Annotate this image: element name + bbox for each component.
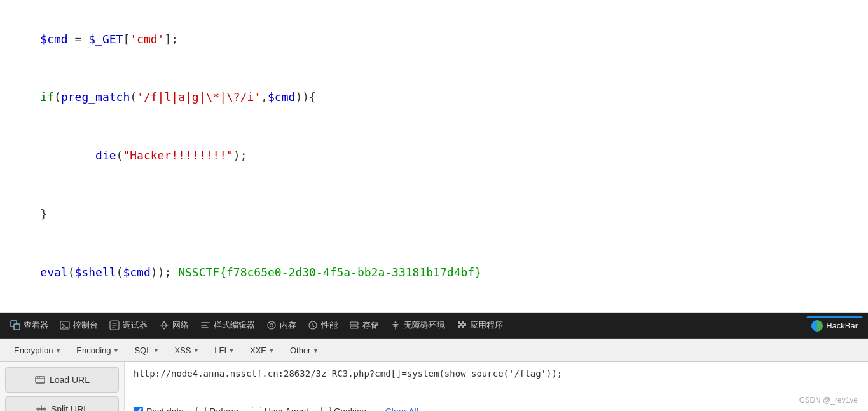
tab-accessibility[interactable]: 无障碍环境 xyxy=(385,317,450,334)
encoding-arrow-icon: ▼ xyxy=(113,347,120,354)
xss-arrow-icon: ▼ xyxy=(193,347,199,354)
hackbar-main-content: Load URL Split URL xyxy=(0,362,868,411)
code-line-5: eval($shell($cmd)); NSSCTF{f78c65e0-2d30… xyxy=(13,243,855,302)
hackbar-left-panel: Load URL Split URL xyxy=(0,362,125,411)
encryption-arrow-icon: ▼ xyxy=(55,347,61,354)
memory-icon xyxy=(266,320,277,330)
hackbar-right-panel: Post data Referer User Agent Cookies Cle… xyxy=(125,362,868,411)
tab-performance[interactable]: 性能 xyxy=(303,317,343,334)
debugger-icon xyxy=(109,320,120,330)
accessibility-icon xyxy=(390,320,401,330)
lfi-label: LFI xyxy=(214,346,226,355)
svg-point-18 xyxy=(39,377,40,378)
apps-icon xyxy=(457,320,467,330)
hackbar-menu-bar: Encryption ▼ Encoding ▼ SQL ▼ XSS ▼ LFI … xyxy=(0,339,868,362)
svg-point-5 xyxy=(270,323,273,327)
svg-rect-1 xyxy=(14,324,20,330)
xxe-label: XXE xyxy=(250,346,266,355)
referer-label: Referer xyxy=(209,407,239,411)
hackbar-panel: Encryption ▼ Encoding ▼ SQL ▼ XSS ▼ LFI … xyxy=(0,339,868,411)
svg-rect-8 xyxy=(350,326,358,328)
tab-apps-label: 应用程序 xyxy=(470,320,503,331)
tab-memory[interactable]: 内存 xyxy=(261,317,301,334)
tab-hackbar-label: HackBar xyxy=(826,321,858,330)
tab-network-label: 网络 xyxy=(172,320,189,331)
code-line-2: if(preg_match('/f|l|a|g|\*|\?/i',$cmd)){ xyxy=(13,69,855,127)
split-url-label: Split URL xyxy=(51,404,88,411)
xxe-arrow-icon: ▼ xyxy=(268,347,275,354)
options-bar: Post data Referer User Agent Cookies Cle… xyxy=(125,401,868,411)
tab-debugger[interactable]: 调试器 xyxy=(104,317,153,334)
tab-storage[interactable]: 存储 xyxy=(344,317,384,334)
post-data-option[interactable]: Post data xyxy=(134,407,184,411)
split-url-icon xyxy=(36,403,47,411)
svg-rect-14 xyxy=(460,323,462,326)
sql-label: SQL xyxy=(134,346,151,355)
encryption-label: Encryption xyxy=(14,346,53,355)
xss-label: XSS xyxy=(174,346,191,355)
tab-style-label: 样式编辑器 xyxy=(214,320,255,331)
other-label: Other xyxy=(290,346,311,355)
user-agent-option[interactable]: User Agent xyxy=(252,407,308,411)
watermark: CSDN @_rev1ve xyxy=(799,396,858,405)
referer-option[interactable]: Referer xyxy=(196,407,239,411)
other-arrow-icon: ▼ xyxy=(312,347,319,354)
inspect-icon xyxy=(10,320,20,330)
menu-sql[interactable]: SQL ▼ xyxy=(128,343,165,358)
tab-accessibility-label: 无障碍环境 xyxy=(404,320,445,331)
url-input[interactable] xyxy=(125,362,868,401)
svg-point-17 xyxy=(37,377,38,378)
svg-point-9 xyxy=(395,321,397,323)
code-line-1: $cmd = $_GET['cmd']; xyxy=(13,10,855,69)
tab-memory-label: 内存 xyxy=(280,320,296,331)
svg-point-4 xyxy=(268,321,275,329)
tab-apps[interactable]: 应用程序 xyxy=(451,317,508,334)
load-url-icon xyxy=(34,374,46,386)
post-data-checkbox[interactable] xyxy=(134,407,143,411)
tab-style-editor[interactable]: 样式编辑器 xyxy=(195,317,260,334)
encoding-label: Encoding xyxy=(76,346,111,355)
menu-xxe[interactable]: XXE ▼ xyxy=(244,343,281,358)
menu-lfi[interactable]: LFI ▼ xyxy=(208,343,241,358)
user-agent-checkbox[interactable] xyxy=(252,407,261,411)
user-agent-label: User Agent xyxy=(265,407,308,411)
load-url-button[interactable]: Load URL xyxy=(5,367,119,393)
tab-network[interactable]: 网络 xyxy=(154,317,194,334)
post-data-label: Post data xyxy=(146,407,184,411)
console-icon xyxy=(60,320,70,330)
storage-icon xyxy=(349,320,359,330)
hackbar-logo-icon xyxy=(811,320,823,332)
tab-inspect[interactable]: 查看器 xyxy=(5,317,53,334)
tab-performance-label: 性能 xyxy=(321,320,338,331)
menu-other[interactable]: Other ▼ xyxy=(284,343,325,358)
referer-checkbox[interactable] xyxy=(196,407,206,411)
menu-encoding[interactable]: Encoding ▼ xyxy=(70,343,125,358)
clear-all-button[interactable]: Clear All xyxy=(385,407,418,411)
tab-storage-label: 存储 xyxy=(362,320,379,331)
performance-icon xyxy=(308,320,318,330)
cookies-option[interactable]: Cookies xyxy=(321,407,366,411)
code-line-4: } xyxy=(13,185,855,243)
code-display: $cmd = $_GET['cmd']; if(preg_match('/f|l… xyxy=(0,0,868,313)
tab-hackbar[interactable]: HackBar xyxy=(806,316,863,334)
svg-rect-15 xyxy=(464,323,466,326)
network-icon xyxy=(159,320,169,330)
svg-rect-7 xyxy=(350,322,358,325)
devtools-toolbar: 查看器 控制台 调试器 网络 xyxy=(0,313,868,339)
tab-console-label: 控制台 xyxy=(73,320,98,331)
code-line-3: die("Hacker!!!!!!!!"); xyxy=(13,127,855,185)
cookies-label: Cookies xyxy=(334,407,366,411)
split-url-button[interactable]: Split URL xyxy=(5,396,119,411)
tab-console[interactable]: 控制台 xyxy=(55,317,103,334)
style-icon xyxy=(200,320,210,330)
tab-debugger-label: 调试器 xyxy=(123,320,148,331)
sql-arrow-icon: ▼ xyxy=(153,347,159,354)
menu-encryption[interactable]: Encryption ▼ xyxy=(8,343,67,358)
cookies-checkbox[interactable] xyxy=(321,407,331,411)
load-url-label: Load URL xyxy=(50,375,90,385)
menu-xss[interactable]: XSS ▼ xyxy=(168,343,205,358)
tab-inspect-label: 查看器 xyxy=(24,320,48,331)
lfi-arrow-icon: ▼ xyxy=(228,347,235,354)
